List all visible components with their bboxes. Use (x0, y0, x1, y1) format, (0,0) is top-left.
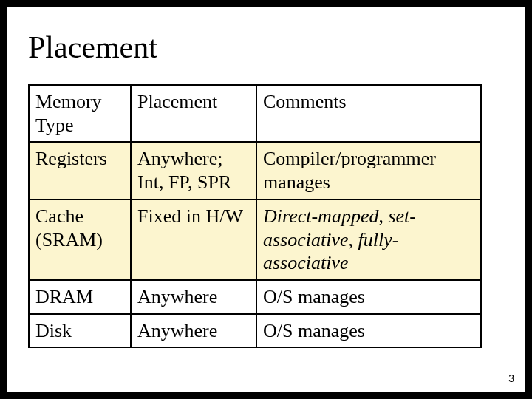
separator: , (349, 229, 358, 250)
cell-memory-type: Registers (29, 142, 131, 199)
cell-memory-type: Disk (29, 314, 131, 348)
page-title: Placement (28, 30, 157, 65)
cell-comments: O/S manages (256, 314, 481, 348)
cell-placement: Anywhere (131, 314, 256, 348)
cell-placement: Fixed in H/W (131, 200, 256, 280)
table-header-row: Memory Type Placement Comments (29, 85, 481, 142)
table: Memory Type Placement Comments Registers… (28, 84, 482, 348)
table-row: Registers Anywhere; Int, FP, SPR Compile… (29, 142, 481, 199)
table-row: Cache (SRAM) Fixed in H/W Direct-mapped,… (29, 200, 481, 280)
slide: Placement Memory Type Placement Comments… (7, 7, 525, 392)
header-comments: Comments (256, 85, 481, 142)
header-memory-type: Memory Type (29, 85, 131, 142)
separator: , (378, 205, 388, 227)
cell-comments: Direct-mapped, set-associative, fully-as… (256, 200, 481, 280)
table-row: DRAM Anywhere O/S manages (29, 280, 481, 314)
page-number: 3 (508, 372, 514, 384)
cell-comments: O/S manages (256, 280, 481, 314)
placement-table: Memory Type Placement Comments Registers… (28, 84, 480, 348)
cell-placement: Anywhere; Int, FP, SPR (131, 142, 256, 199)
cell-placement: Anywhere (131, 280, 256, 314)
italic-term: Direct-mapped (263, 205, 378, 227)
table-row: Disk Anywhere O/S manages (29, 314, 481, 348)
cell-memory-type: Cache (SRAM) (29, 200, 131, 280)
header-placement: Placement (131, 85, 256, 142)
cell-comments: Compiler/programmer manages (256, 142, 481, 199)
cell-memory-type: DRAM (29, 280, 131, 314)
